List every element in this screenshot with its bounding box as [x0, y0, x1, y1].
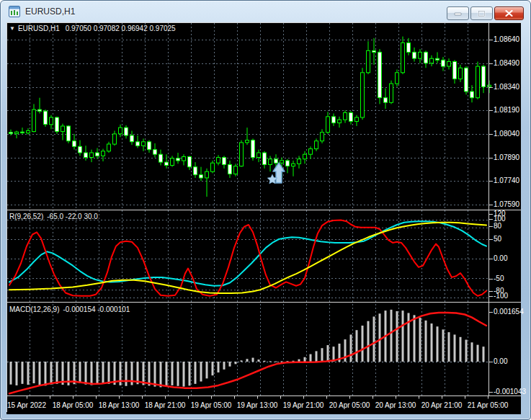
- window-titlebar[interactable]: EURUSD,H1: [1, 1, 530, 22]
- chart-canvas[interactable]: [6, 22, 521, 414]
- restore-icon: [478, 10, 486, 17]
- window-title: EURUSD,H1: [25, 6, 75, 17]
- minimize-icon: [454, 10, 462, 17]
- caption-buttons: [447, 6, 524, 20]
- window: EURUSD,H1 ▼ EURUSD,H1 0.97050 0.97082 0.…: [0, 0, 531, 420]
- app-icon: [9, 6, 20, 17]
- chart-client: ▼ EURUSD,H1 0.97050 0.97082 0.96942 0.97…: [6, 22, 521, 414]
- close-icon: [505, 10, 513, 17]
- close-button[interactable]: [494, 6, 524, 20]
- minimize-button[interactable]: [447, 6, 469, 20]
- maximize-button[interactable]: [470, 6, 493, 20]
